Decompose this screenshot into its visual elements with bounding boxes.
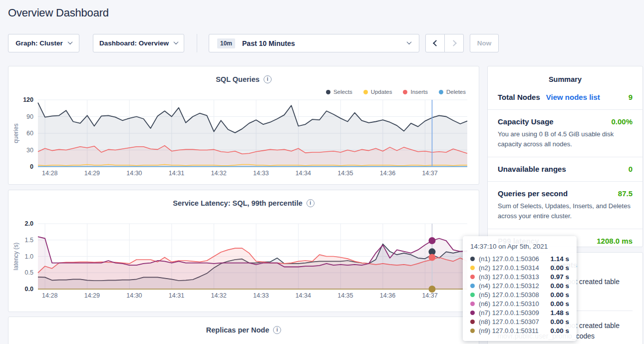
info-icon[interactable]: i xyxy=(264,75,272,83)
summary-panel: Summary Total Nodes View nodes list 9 Ca… xyxy=(487,66,643,247)
toolbar-divider xyxy=(197,34,197,52)
service-latency-title: Service Latency: SQL, 99th percentile xyxy=(173,199,303,207)
tooltip-node-row: (n3) 127.0.0.1:503130.97 s xyxy=(470,272,569,281)
svg-text:1.5: 1.5 xyxy=(25,237,33,244)
svg-text:14:34: 14:34 xyxy=(296,292,311,299)
node-color-dot xyxy=(470,320,475,324)
chevron-left-icon xyxy=(433,40,439,46)
dashboard-dropdown[interactable]: Dashboard: Overview xyxy=(93,34,184,52)
now-button[interactable]: Now xyxy=(470,34,499,52)
tooltip-node-row: (n6) 127.0.0.1:503100.00 s xyxy=(470,299,569,308)
summary-capacity-usage: Capacity Usage 0.00% You are using 0 B o… xyxy=(488,110,643,157)
graph-dropdown-label: Graph: Cluster xyxy=(15,39,63,47)
sql-queries-title: SQL Queries xyxy=(216,75,260,83)
unavailable-ranges-label: Unavailable ranges xyxy=(498,165,566,173)
tooltip-node-row: (n8) 127.0.0.1:503070.00 s xyxy=(470,317,569,326)
summary-queries-per-second: Queries per second 87.5 Sum of Selects, … xyxy=(488,182,643,229)
svg-text:14:32: 14:32 xyxy=(211,170,226,177)
node-latency-value: 0.00 s xyxy=(550,318,569,326)
svg-text:14:31: 14:31 xyxy=(169,292,184,299)
legend-item-deletes[interactable]: Deletes xyxy=(439,89,466,95)
unavailable-ranges-value: 0 xyxy=(629,165,633,173)
tooltip-node-row: (n4) 127.0.0.1:503120.00 s xyxy=(470,281,569,290)
info-icon[interactable]: i xyxy=(307,199,315,207)
summary-total-nodes: Total Nodes View nodes list 9 xyxy=(488,85,643,110)
svg-text:14:33: 14:33 xyxy=(253,292,269,299)
qps-value: 87.5 xyxy=(618,189,633,198)
svg-text:90: 90 xyxy=(26,113,33,120)
svg-text:14:30: 14:30 xyxy=(126,292,142,299)
service-latency-chart[interactable]: 14:2814:2914:3014:3114:3214:3314:3414:35… xyxy=(38,224,467,289)
svg-text:14:34: 14:34 xyxy=(296,170,311,177)
svg-text:14:37: 14:37 xyxy=(422,292,437,299)
page-title: Overview Dashboard xyxy=(8,6,109,19)
sql-queries-legend: SelectsUpdatesInsertsDeletes xyxy=(326,89,466,95)
node-address: (n5) 127.0.0.1:50308 xyxy=(479,291,539,299)
legend-item-selects[interactable]: Selects xyxy=(326,89,352,95)
tooltip-node-row: (n2) 127.0.0.1:503140.00 s xyxy=(470,263,569,272)
time-range-badge: 10m xyxy=(217,38,235,48)
now-button-label: Now xyxy=(477,39,492,47)
view-nodes-list-link[interactable]: View nodes list xyxy=(546,93,600,101)
legend-dot xyxy=(439,90,443,94)
svg-text:14:29: 14:29 xyxy=(84,170,100,177)
time-next-button[interactable] xyxy=(444,34,464,52)
legend-dot xyxy=(326,90,330,94)
node-latency-value: 0.00 s xyxy=(550,327,569,335)
time-range-dropdown[interactable]: 10m Past 10 Minutes xyxy=(209,34,419,52)
svg-text:latency (s): latency (s) xyxy=(12,243,19,270)
summary-title: Summary xyxy=(488,66,643,85)
node-address: (n1) 127.0.0.1:50306 xyxy=(479,255,539,263)
time-prev-button[interactable] xyxy=(425,34,445,52)
svg-text:14:31: 14:31 xyxy=(169,170,184,177)
info-icon[interactable]: i xyxy=(273,326,281,334)
p99-latency-value: 1208.0 ms xyxy=(597,237,633,245)
chart-hover-tooltip: 14:37:10 on Apr 5th, 2021 (n1) 127.0.0.1… xyxy=(463,236,577,341)
svg-text:14:29: 14:29 xyxy=(84,292,100,299)
node-address: (n3) 127.0.0.1:50313 xyxy=(479,273,539,281)
node-color-dot xyxy=(470,275,475,279)
node-color-dot xyxy=(470,311,475,315)
tooltip-rows: (n1) 127.0.0.1:503061.14 s(n2) 127.0.0.1… xyxy=(470,254,569,335)
node-color-dot xyxy=(470,302,475,306)
node-color-dot xyxy=(470,293,475,297)
node-color-dot xyxy=(470,266,475,270)
replicas-per-node-title: Replicas per Node xyxy=(206,326,270,334)
legend-label: Deletes xyxy=(446,89,466,95)
total-nodes-value: 9 xyxy=(629,93,633,101)
node-address: (n7) 127.0.0.1:50309 xyxy=(479,309,539,317)
node-address: (n9) 127.0.0.1:50311 xyxy=(479,327,539,335)
node-latency-value: 1.48 s xyxy=(550,309,569,317)
sql-queries-chart[interactable]: 14:2814:2914:3014:3114:3214:3314:3414:35… xyxy=(38,100,467,167)
chevron-down-icon xyxy=(407,39,412,44)
overview-dashboard-page: Overview Dashboard Graph: Cluster Dashbo… xyxy=(0,0,644,344)
node-address: (n8) 127.0.0.1:50307 xyxy=(479,318,539,326)
svg-text:14:32: 14:32 xyxy=(211,292,226,299)
legend-item-updates[interactable]: Updates xyxy=(363,89,392,95)
chevron-down-icon xyxy=(173,39,178,44)
legend-label: Selects xyxy=(333,89,352,95)
node-latency-value: 0.97 s xyxy=(550,273,569,281)
svg-text:14:28: 14:28 xyxy=(42,292,57,299)
node-address: (n6) 127.0.0.1:50310 xyxy=(479,300,539,308)
node-color-dot xyxy=(470,257,475,261)
svg-text:14:35: 14:35 xyxy=(337,292,353,299)
chevron-down-icon xyxy=(67,39,72,44)
svg-text:14:36: 14:36 xyxy=(380,292,395,299)
svg-text:1.0: 1.0 xyxy=(25,253,33,260)
svg-text:0.5: 0.5 xyxy=(25,269,33,276)
capacity-usage-label: Capacity Usage xyxy=(498,117,554,126)
tooltip-node-row: (n5) 127.0.0.1:503080.00 s xyxy=(470,290,569,299)
node-latency-value: 0.00 s xyxy=(550,300,569,308)
graph-dropdown[interactable]: Graph: Cluster xyxy=(8,34,79,52)
svg-text:queries: queries xyxy=(12,123,19,143)
legend-item-inserts[interactable]: Inserts xyxy=(403,89,428,95)
svg-text:30: 30 xyxy=(26,147,33,154)
capacity-usage-value: 0.00% xyxy=(611,117,633,126)
sql-queries-card: SQL Queries i SelectsUpdatesInsertsDelet… xyxy=(8,66,479,185)
legend-label: Updates xyxy=(371,89,392,95)
service-latency-card: Service Latency: SQL, 99th percentile i … xyxy=(8,190,479,312)
node-color-dot xyxy=(470,329,475,333)
svg-text:14:33: 14:33 xyxy=(253,170,269,177)
svg-text:14:30: 14:30 xyxy=(126,170,142,177)
